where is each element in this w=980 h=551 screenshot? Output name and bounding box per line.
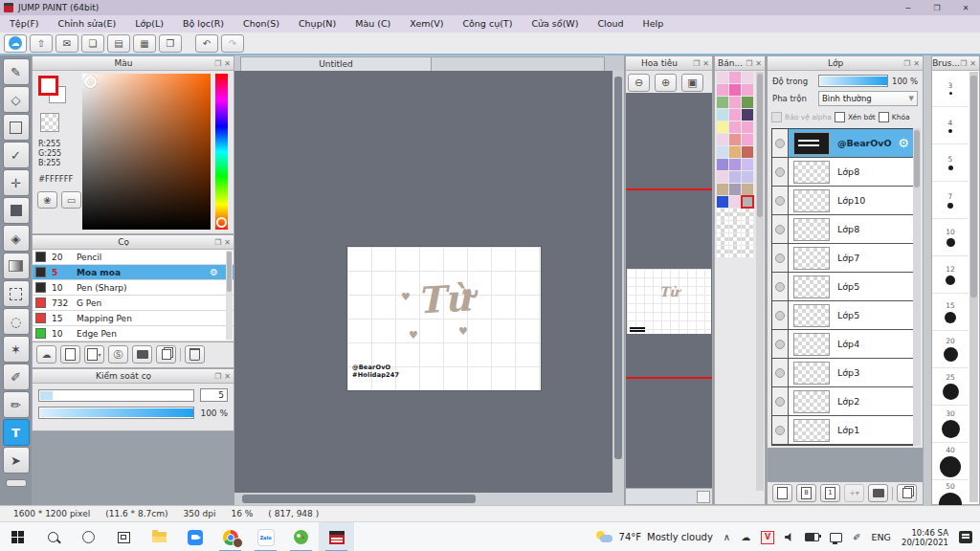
document-tab[interactable]: Untitled bbox=[240, 56, 432, 72]
lock-checkbox[interactable] bbox=[879, 112, 889, 122]
brush-size-scrollbar[interactable] bbox=[969, 72, 978, 502]
brush-size-item[interactable]: 30 bbox=[932, 406, 969, 443]
layer-folder-button[interactable] bbox=[868, 484, 888, 502]
palette-swatch-empty[interactable] bbox=[717, 221, 728, 232]
eraser-tool[interactable]: ◇ bbox=[3, 86, 30, 113]
layer-visibility-cell[interactable] bbox=[772, 187, 789, 214]
layer-visibility-cell[interactable] bbox=[772, 215, 789, 243]
pen-settings-icon[interactable]: ✐ bbox=[853, 532, 860, 542]
jump-paint-taskbar-button[interactable] bbox=[319, 522, 354, 551]
close-icon[interactable]: ✕ bbox=[702, 59, 709, 68]
shape-brush-tool[interactable] bbox=[3, 114, 30, 141]
clock[interactable]: 10:46 SA 20/10/2021 bbox=[902, 528, 948, 547]
layer-row[interactable]: Lớp2 bbox=[772, 387, 914, 416]
network-icon[interactable] bbox=[830, 533, 842, 542]
unikey-icon[interactable]: V bbox=[761, 531, 774, 544]
select-eraser-tool[interactable]: ✏ bbox=[3, 391, 30, 418]
file-explorer-button[interactable] bbox=[142, 522, 177, 551]
close-icon[interactable]: ✕ bbox=[224, 372, 231, 381]
zoom-app-button[interactable] bbox=[177, 522, 212, 551]
brush-size-slider[interactable] bbox=[38, 389, 194, 402]
layer-row[interactable]: Lớp10 bbox=[772, 187, 914, 215]
zoom-in-button[interactable]: ⊕ bbox=[655, 74, 677, 92]
close-icon[interactable]: ✕ bbox=[755, 59, 762, 68]
close-icon[interactable]: ✕ bbox=[224, 238, 231, 247]
eye-icon[interactable] bbox=[775, 253, 785, 263]
tray-chevron-icon[interactable]: ∧ bbox=[724, 532, 730, 542]
blend-mode-select[interactable]: Bình thường ▼ bbox=[818, 91, 918, 106]
palette-swatch-empty[interactable] bbox=[742, 221, 753, 232]
layer-row[interactable]: Lớp5 bbox=[772, 273, 914, 301]
palette-swatch[interactable] bbox=[742, 121, 753, 133]
layer-row[interactable]: Lớp4 bbox=[772, 330, 914, 359]
publish-button[interactable]: ⇧ bbox=[30, 34, 53, 53]
brush-list-scrollbar[interactable] bbox=[226, 251, 233, 340]
palette-swatch[interactable] bbox=[742, 72, 753, 83]
brush-size-item[interactable]: 4 bbox=[932, 107, 969, 144]
palette-swatch-empty[interactable] bbox=[729, 233, 741, 245]
popout-icon[interactable]: ❐ bbox=[214, 59, 221, 68]
menu-item[interactable]: Màu (C) bbox=[345, 15, 400, 33]
add-8bit-layer-button[interactable]: 8 bbox=[796, 484, 816, 502]
palette-swatch-empty[interactable] bbox=[729, 246, 741, 257]
tray-cloud-icon[interactable]: ☁ bbox=[741, 532, 750, 542]
fit-screen-button[interactable]: ▣ bbox=[681, 74, 703, 92]
layer-visibility-cell[interactable] bbox=[772, 129, 789, 157]
brush-size-item[interactable]: 25 bbox=[932, 368, 969, 406]
minimize-button[interactable]: ─ bbox=[894, 0, 923, 15]
undo-button[interactable]: ↶ bbox=[195, 34, 218, 53]
notification-center-icon[interactable] bbox=[959, 531, 972, 543]
layer-visibility-cell[interactable] bbox=[772, 359, 789, 386]
layer-row[interactable]: @BearOvO⚙ bbox=[772, 129, 914, 158]
palette-swatch[interactable] bbox=[729, 159, 741, 170]
palette-swatch[interactable] bbox=[742, 159, 753, 170]
document-settings-button[interactable]: ▦ bbox=[133, 34, 156, 53]
palette-swatch[interactable] bbox=[742, 109, 753, 121]
transparent-color-swatch[interactable] bbox=[40, 113, 59, 132]
add-layer-button[interactable] bbox=[772, 484, 792, 502]
tool-strip-grip[interactable] bbox=[6, 479, 27, 487]
taskbar-search-button[interactable] bbox=[35, 522, 71, 551]
task-view-button[interactable] bbox=[106, 522, 142, 551]
script-brush-button[interactable]: Ⓢ bbox=[108, 345, 128, 364]
palette-swatch[interactable] bbox=[729, 84, 741, 96]
add-brush-menu-button[interactable]: ▾ bbox=[84, 345, 104, 364]
palette-swatch-empty[interactable] bbox=[717, 246, 728, 257]
saturation-value-picker[interactable] bbox=[82, 74, 211, 230]
brush-size-item[interactable]: 7 bbox=[932, 182, 969, 219]
palette-swatch[interactable] bbox=[717, 72, 728, 83]
palette-swatch[interactable] bbox=[717, 146, 728, 158]
palette-swatch-empty[interactable] bbox=[742, 233, 753, 245]
navigator-thumbnail[interactable]: Từ bbox=[627, 269, 711, 334]
select-rect-tool[interactable] bbox=[3, 280, 30, 307]
brush-opacity-slider[interactable] bbox=[38, 407, 194, 419]
select-pen-tool[interactable]: ✐ bbox=[3, 364, 30, 390]
eye-icon[interactable] bbox=[775, 426, 785, 435]
close-icon[interactable]: ✕ bbox=[224, 59, 231, 68]
panel-edit-button[interactable]: ❒ bbox=[159, 34, 182, 53]
palette-swatch[interactable] bbox=[742, 146, 753, 158]
layer-visibility-cell[interactable] bbox=[772, 416, 789, 444]
eye-icon[interactable] bbox=[775, 167, 785, 177]
green-app-button[interactable] bbox=[283, 522, 319, 551]
menu-item[interactable]: Chọn(S) bbox=[234, 15, 289, 33]
palette-swatch[interactable] bbox=[742, 97, 753, 108]
brush-size-item[interactable]: 3 bbox=[932, 70, 969, 107]
layer-visibility-cell[interactable] bbox=[772, 244, 789, 272]
color-window-button[interactable]: ▭ bbox=[61, 191, 81, 209]
palette-button[interactable]: ❀ bbox=[37, 191, 57, 209]
menu-item[interactable]: Chụp(N) bbox=[289, 15, 345, 33]
palette-swatch[interactable] bbox=[729, 196, 741, 208]
brush-size-item[interactable]: 40 bbox=[932, 443, 969, 480]
palette-swatch[interactable] bbox=[717, 121, 728, 133]
layer-row[interactable]: Lớp5 bbox=[772, 301, 914, 330]
palette-swatch[interactable] bbox=[717, 134, 728, 145]
layer-visibility-cell[interactable] bbox=[772, 273, 789, 300]
palette-swatch[interactable] bbox=[717, 171, 728, 183]
layer-visibility-cell[interactable] bbox=[772, 387, 789, 415]
layer-row[interactable]: Lớp3 bbox=[772, 359, 914, 387]
palette-swatch[interactable] bbox=[729, 146, 741, 158]
palette-swatch[interactable] bbox=[717, 84, 728, 96]
foreground-color-swatch[interactable] bbox=[38, 76, 58, 96]
palette-swatch[interactable] bbox=[729, 134, 741, 145]
